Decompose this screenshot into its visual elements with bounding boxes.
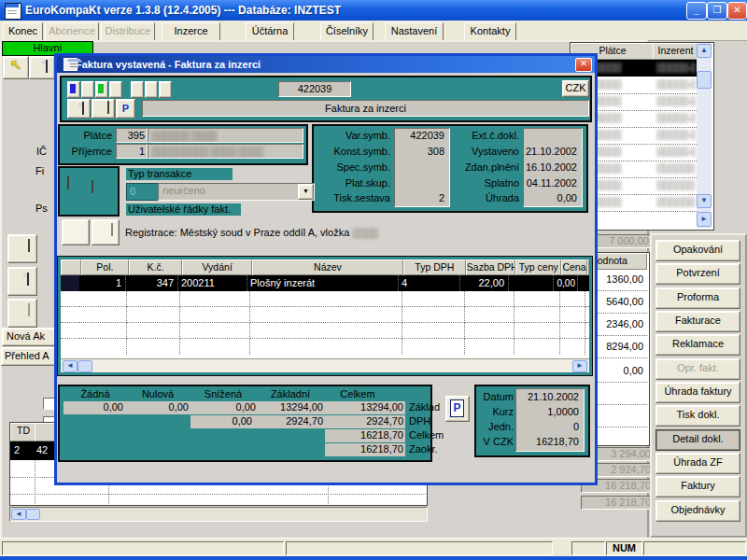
dialog-close-icon[interactable]: ✕ [575,58,592,72]
col-pol[interactable]: Pol. [81,259,129,275]
scroll-down-icon[interactable]: ▼ [697,194,712,208]
save-button-top[interactable] [29,56,55,79]
scroll-doc-icon [67,176,69,189]
edit-record-button[interactable] [7,299,37,328]
close-button[interactable]: ✕ [727,2,747,20]
menu-abonence[interactable]: Abonence [45,22,99,41]
action-uhrada-zf[interactable]: Úhrada ZF [655,453,740,474]
col-nazev[interactable]: Název [252,259,403,275]
col-typ-ceny[interactable]: Typ ceny [515,259,561,275]
scroll-thumb[interactable] [78,360,92,372]
col-kc[interactable]: K.č. [129,259,182,275]
doc-scrolls-panel[interactable] [58,166,120,217]
vystaveno-label: Vystaveno [450,146,519,157]
scroll-right-icon[interactable]: ► [697,212,712,227]
items-selected-row[interactable]: 1 347 200211 Plošný inzerát 4 22,00 0,00 [61,275,589,291]
items-hscrollbar[interactable]: ◄ ► [61,358,589,372]
action-uhrada-faktury[interactable]: Úhrada faktury [655,382,740,403]
payer-name-field[interactable]: ▒▒▒▒▒▒ ▒▒▒▒ [148,128,303,143]
menu-distribuce[interactable]: Distribuce [101,22,155,41]
col-cena-j[interactable]: Cena j. [561,259,587,275]
action-detail-dokl[interactable]: Detail dokl. [655,429,740,451]
action-proforma[interactable]: Proforma [655,287,740,309]
maximize-button[interactable]: ❐ [707,2,727,20]
indicator-blue-button[interactable] [67,81,80,98]
nova-akce-button[interactable]: Nová Ak [2,328,59,346]
doc-edit-button[interactable] [92,219,120,245]
items-empty-row [61,323,589,339]
menu-kontakty[interactable]: Kontakty [464,22,516,41]
col-typ-dph[interactable]: Typ DPH [403,259,466,275]
invoice-dialog: Faktura vystavená - Faktura za inzerci ✕… [54,53,598,485]
recipient-code-field[interactable]: 1 [116,144,148,159]
save-doc-button[interactable] [67,99,91,119]
dialog-titlebar[interactable]: Faktura vystavená - Faktura za inzerci ✕ [57,56,595,73]
indicator-button[interactable] [131,81,144,98]
action-potvrzeni[interactable]: Potvrzení [655,263,740,285]
items-table[interactable]: Pol. K.č. Vydání Název Typ DPH Sazba DPH… [58,257,592,375]
td-hscrollbar[interactable]: ◄ [9,507,428,522]
items-empty-row [61,339,589,355]
save-record-button[interactable] [7,267,37,296]
action-fakturace[interactable]: Fakturace [655,311,740,332]
p-print-button[interactable]: P [116,99,135,119]
menu-konec[interactable]: Konec [3,22,43,41]
action-opr-fakt[interactable]: Opr. fakt. [655,358,740,380]
vat-label-zaklad: Základ [409,401,440,413]
new-document-button[interactable] [7,234,37,263]
payer-code-field[interactable]: 395 [116,128,148,143]
action-opakovani[interactable]: Opakování [655,240,740,261]
copy-doc-button[interactable] [92,99,115,119]
indicator-button[interactable] [109,81,122,98]
action-faktury[interactable]: Faktury [655,476,740,497]
contacts-vscrollbar[interactable]: ▲ ▼ ► [697,43,712,228]
currency-p-button[interactable]: P [445,396,470,422]
back-arrow-button[interactable]: ↖ [3,56,29,79]
floppy-icon [46,60,48,73]
registration-censored: ▒▒▒▒ [352,227,377,238]
minimize-button[interactable]: _ [686,2,707,20]
blank-button[interactable] [62,219,90,245]
menu-inzerce[interactable]: Inzerce [162,22,220,41]
menu-ciselniky[interactable]: Číselníky [320,22,374,41]
status-segment [643,541,746,555]
action-objednavky[interactable]: Objednávky [655,500,740,522]
scroll-left-icon[interactable]: ◄ [63,360,78,372]
action-tisk-dokl[interactable]: Tisk dokl. [655,405,740,427]
doc-type-field[interactable]: Faktura za inzerci [142,100,589,117]
indicator-button[interactable] [159,81,172,98]
scroll-up-icon[interactable]: ▲ [697,44,712,58]
recipient-name-field[interactable]: ▒▒▒▒▒▒▒▒▒ ▒▒▒▒ ▒▒▒▒ [148,144,303,159]
uhrada-value: 0,00 [525,192,577,203]
transaction-code-field[interactable]: 0 [126,183,159,201]
col-sazba-dph[interactable]: Sazba DPH [466,259,515,275]
currency-button[interactable]: CZK [562,80,589,97]
indicator-green-button[interactable] [95,81,108,98]
menu-nastaveni[interactable]: Nastavení [385,22,444,41]
vat-label-zaokr: Zaokr. [409,443,438,455]
transaction-dropdown[interactable]: neurčeno ▼ [158,183,315,201]
indicator-button[interactable] [81,81,94,98]
typ-transakce-label: Typ transakce [126,168,233,180]
menu-uctarna[interactable]: Účtárna [246,22,294,41]
scroll-left-icon[interactable]: ◄ [11,509,26,520]
action-reklamace[interactable]: Reklamace [655,334,740,356]
doc-header-panel: 422039 CZK P Faktura za inzerci [60,76,592,122]
scroll-right-icon[interactable]: ► [572,360,587,372]
col-vydani[interactable]: Vydání [182,259,252,275]
vystaveno-value: 21.10.2002 [525,146,577,157]
scroll-thumb[interactable] [697,71,712,89]
col-mn[interactable]: Mn [587,259,589,275]
transaction-value: neurčeno [162,185,205,196]
prehled-akci-button[interactable]: Přehled A [1,347,58,366]
payer-panel: Plátce 395 ▒▒▒▒▒▒ ▒▒▒▒ Příjemce 1 ▒▒▒▒▒▒… [58,124,308,165]
indicator-button[interactable] [145,81,158,98]
label-fi: Fi [35,165,44,176]
doc-number-field[interactable]: 422039 [278,81,351,97]
scroll-thumb[interactable] [26,509,40,520]
col-header-inzerent[interactable]: Inzerent [653,43,698,60]
floppy-icon [82,102,84,115]
symbols-panel: Var.symb. 422039 Konst.symb. 308 Spec.sy… [312,124,588,213]
chevron-down-icon[interactable]: ▼ [298,184,314,200]
p-icon: P [450,399,464,417]
